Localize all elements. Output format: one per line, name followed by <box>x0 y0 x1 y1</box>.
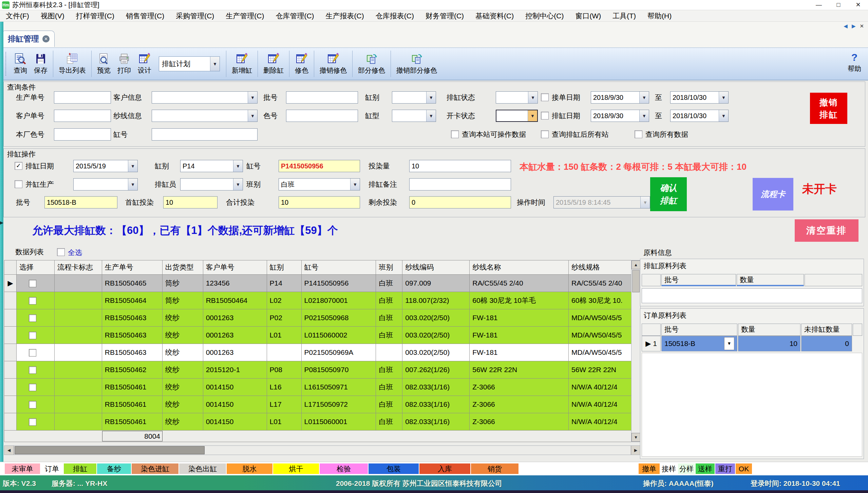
toolbar-drag-handle[interactable] <box>5 52 7 76</box>
row-select-cell[interactable] <box>17 327 55 344</box>
dropdown-arrow-icon[interactable]: ▼ <box>350 179 360 190</box>
row-checkbox[interactable] <box>29 297 36 305</box>
table-row[interactable]: RB15050462 绞纱 2015120-1 P08 P0815050970 … <box>4 361 631 379</box>
menu-base-data[interactable]: 基础资料(C) <box>470 10 520 21</box>
close-icon[interactable]: ✕ <box>848 0 868 10</box>
confirm-arrange-button[interactable]: 确认 排缸 <box>650 177 687 211</box>
column-header[interactable]: 选择 <box>17 260 55 275</box>
arrange-date-to-picker[interactable]: 2018/10/30▼ <box>670 110 729 122</box>
row-checkbox[interactable] <box>29 418 36 426</box>
delete-vat-button[interactable]: 删除缸 <box>260 52 287 76</box>
column-header[interactable]: 批号 <box>661 274 736 286</box>
table-row[interactable]: RB15050461 绞纱 0014150 L17 L1715050972 白班… <box>4 396 631 413</box>
vertical-scroll-thumb[interactable] <box>632 270 640 292</box>
row-select-cell[interactable] <box>17 309 55 327</box>
row-checkbox[interactable] <box>29 314 36 322</box>
menu-sales-mgmt[interactable]: 销售管理(C) <box>120 10 170 21</box>
dropdown-arrow-icon[interactable]: ▼ <box>233 179 243 190</box>
vat-class-select[interactable]: ▼ <box>392 91 436 104</box>
column-header[interactable]: 数量 <box>737 274 804 286</box>
menu-warehouse-mgmt[interactable]: 仓库管理(C) <box>270 10 320 21</box>
column-header[interactable]: 批号 <box>661 324 737 336</box>
scroll-left-icon[interactable]: ◀ <box>4 446 14 455</box>
row-checkbox[interactable] <box>29 332 36 339</box>
all-data-checkbox[interactable] <box>635 130 642 138</box>
vat-type-select[interactable]: ▼ <box>392 110 436 122</box>
row-checkbox[interactable] <box>29 349 36 357</box>
dropdown-arrow-icon[interactable]: ▼ <box>233 160 243 172</box>
tab-close-icon[interactable]: ✕ <box>42 35 50 42</box>
export-list-button[interactable]: 导出列表 <box>55 52 89 76</box>
column-header[interactable]: 未排缸数量 <box>801 324 852 336</box>
row-checkbox[interactable] <box>29 366 36 374</box>
customer-no-input[interactable] <box>54 110 111 122</box>
undo-partial-fix-color-button[interactable]: 撤销部分修色 <box>393 52 440 76</box>
column-header[interactable]: 纱线名称 <box>470 260 569 275</box>
column-header[interactable]: 出货类型 <box>163 260 203 275</box>
table-row[interactable]: RB15050461 绞纱 0014150 L16 L1615050971 白班… <box>4 379 631 396</box>
table-row[interactable]: RB15050463 绞纱 0001263 P02 P0215050968 白班… <box>4 309 631 327</box>
tab-scroll-left-icon[interactable]: ◀ <box>844 23 848 29</box>
order-material-row[interactable]: ▶ 1 150518-B▼ 10 0 <box>642 336 862 351</box>
flow-card-button[interactable]: 流程卡 <box>753 178 793 211</box>
row-select-cell[interactable] <box>17 275 55 292</box>
order-date-to-picker[interactable]: 2018/10/30▼ <box>670 91 729 104</box>
column-header[interactable]: 客户单号 <box>203 260 267 275</box>
table-row[interactable]: RB15050463 绞纱 0001263 L01 L0115060002 白班… <box>4 327 631 344</box>
dropdown-arrow-icon[interactable]: ▼ <box>639 92 649 103</box>
select-all-checkbox[interactable] <box>57 248 65 256</box>
column-header[interactable]: 缸别 <box>267 260 302 275</box>
table-row[interactable]: RB15050463 绞纱 0001263 P0215050969A 003.0… <box>4 344 631 361</box>
card-status-select[interactable]: ▼ <box>496 110 538 122</box>
menu-sample-mgmt[interactable]: 打样管理(C) <box>70 10 120 21</box>
row-select-cell[interactable] <box>17 361 55 379</box>
dropdown-arrow-icon[interactable]: ▼ <box>128 160 137 172</box>
horizontal-scroll-thumb[interactable] <box>15 446 205 454</box>
arrange-date-enabled-checkbox[interactable]: ✓ <box>15 162 22 170</box>
preview-button[interactable]: 预览 <box>94 52 114 76</box>
dropdown-arrow-icon[interactable]: ▼ <box>426 92 436 103</box>
column-header[interactable]: 生产单号 <box>102 260 163 275</box>
column-header[interactable]: 数量 <box>738 324 800 336</box>
menu-control-center[interactable]: 控制中心(C) <box>520 10 569 21</box>
dropdown-arrow-icon[interactable]: ▼ <box>719 92 728 103</box>
production-no-input[interactable] <box>54 91 111 104</box>
row-select-cell[interactable] <box>17 292 55 309</box>
save-button[interactable]: 保存 <box>31 52 51 76</box>
dropdown-arrow-icon[interactable]: ▼ <box>248 110 257 122</box>
op-vat-class-select[interactable]: P14▼ <box>180 160 243 172</box>
dropdown-arrow-icon[interactable]: ▼ <box>426 110 436 122</box>
column-header[interactable]: 班别 <box>376 260 402 275</box>
add-vat-button[interactable]: 新增缸 <box>228 52 256 76</box>
column-header[interactable]: 缸号 <box>302 260 376 275</box>
dropdown-arrow-icon[interactable]: ▼ <box>248 92 257 103</box>
table-row[interactable]: RB15050464 筒纱 RB15050464 L02 L0218070001… <box>4 292 631 309</box>
menu-help[interactable]: 帮助(H) <box>642 10 677 21</box>
dropdown-arrow-icon[interactable]: ▼ <box>128 179 137 190</box>
menu-production-report[interactable]: 生产报表(C) <box>320 10 370 21</box>
restore-icon[interactable]: □ <box>829 0 848 10</box>
arrange-date-from-picker[interactable]: 2018/9/30▼ <box>591 110 649 122</box>
merge-production-checkbox[interactable] <box>15 180 22 188</box>
help-button[interactable]: ? 帮助 <box>844 51 865 75</box>
scroll-up-icon[interactable]: ▲ <box>631 260 640 269</box>
remark-input[interactable] <box>409 178 511 190</box>
dropdown-arrow-icon[interactable]: ▼ <box>719 110 728 122</box>
minimize-icon[interactable]: — <box>809 0 829 10</box>
tab-scroll-right-icon[interactable]: ▶ <box>852 23 856 29</box>
dropdown-arrow-icon[interactable]: ▼ <box>528 110 537 121</box>
dropdown-arrow-icon[interactable]: ▼ <box>210 57 220 71</box>
table-row[interactable]: ▶ RB15050465 筒纱 123456 P14 P1415050956 白… <box>4 275 631 292</box>
row-checkbox[interactable] <box>29 280 36 287</box>
batch-no-input[interactable] <box>286 91 358 104</box>
column-header[interactable]: 纱线规格 <box>569 260 631 275</box>
column-header[interactable]: 纱线编码 <box>402 260 470 275</box>
first-dye-field[interactable]: 10 <box>163 196 218 208</box>
menu-purchase-mgmt[interactable]: 采购管理(C) <box>170 10 220 21</box>
menu-window[interactable]: 窗口(W) <box>569 10 607 21</box>
partial-fix-color-button[interactable]: 部分修色 <box>355 52 389 76</box>
after-arrange-checkbox[interactable] <box>541 130 549 138</box>
arranged-materials-empty-row[interactable] <box>642 288 862 303</box>
shift-select[interactable]: 白班▼ <box>279 178 360 190</box>
arrange-status-select[interactable]: ▼ <box>496 91 538 104</box>
